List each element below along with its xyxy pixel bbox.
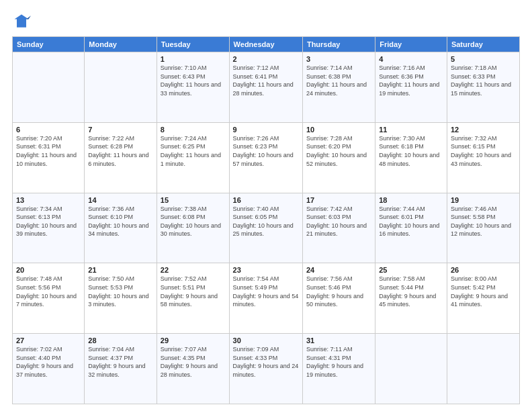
- calendar-cell: 23Sunrise: 7:54 AMSunset: 5:49 PMDayligh…: [229, 263, 302, 334]
- logo-icon: [12, 12, 31, 31]
- cell-info: Sunset: 6:03 PM: [306, 213, 371, 222]
- day-number: 29: [161, 336, 226, 345]
- cell-info: Daylight: 11 hours and 6 minutes.: [88, 151, 153, 168]
- calendar-cell: 30Sunrise: 7:09 AMSunset: 4:33 PMDayligh…: [229, 334, 302, 404]
- cell-info: Sunrise: 7:54 AM: [233, 275, 299, 283]
- day-number: 15: [161, 196, 226, 204]
- cell-info: Sunset: 5:49 PM: [233, 283, 299, 292]
- cell-info: Daylight: 10 hours and 7 minutes.: [16, 292, 81, 309]
- day-number: 11: [379, 126, 443, 134]
- cell-info: Sunrise: 7:07 AM: [161, 345, 226, 354]
- cell-info: Sunrise: 7:50 AM: [88, 275, 153, 283]
- calendar-week-2: 6Sunrise: 7:20 AMSunset: 6:31 PMDaylight…: [13, 122, 520, 193]
- calendar-cell: 8Sunrise: 7:24 AMSunset: 6:25 PMDaylight…: [157, 122, 229, 193]
- cell-info: Sunset: 5:51 PM: [161, 283, 226, 292]
- cell-info: Sunset: 6:05 PM: [233, 213, 299, 222]
- cell-info: Daylight: 10 hours and 25 minutes.: [233, 222, 299, 238]
- cell-info: Sunset: 6:28 PM: [88, 142, 153, 151]
- cell-info: Sunrise: 7:46 AM: [451, 205, 516, 214]
- day-number: 2: [233, 55, 299, 63]
- day-number: 13: [16, 196, 81, 204]
- calendar-cell: 24Sunrise: 7:56 AMSunset: 5:46 PMDayligh…: [302, 263, 375, 334]
- cell-info: Sunset: 5:44 PM: [379, 283, 443, 292]
- calendar-cell: 7Sunrise: 7:22 AMSunset: 6:28 PMDaylight…: [85, 122, 157, 193]
- cell-info: Sunrise: 7:12 AM: [233, 64, 299, 73]
- calendar-cell: [375, 334, 447, 404]
- cell-info: Daylight: 9 hours and 45 minutes.: [379, 292, 443, 309]
- cell-info: Sunset: 6:38 PM: [306, 73, 371, 81]
- day-number: 30: [233, 336, 299, 345]
- cell-info: Sunrise: 7:48 AM: [16, 275, 81, 283]
- cell-info: Sunset: 6:33 PM: [451, 73, 516, 81]
- calendar-table: SundayMondayTuesdayWednesdayThursdayFrid…: [12, 36, 520, 404]
- cell-info: Sunset: 4:37 PM: [88, 354, 153, 363]
- day-number: 24: [306, 266, 371, 274]
- col-header-sunday: Sunday: [13, 37, 85, 52]
- cell-info: Daylight: 10 hours and 52 minutes.: [306, 151, 371, 168]
- calendar-header-row: SundayMondayTuesdayWednesdayThursdayFrid…: [13, 37, 520, 52]
- calendar-week-5: 27Sunrise: 7:02 AMSunset: 4:40 PMDayligh…: [13, 334, 520, 404]
- cell-info: Daylight: 11 hours and 15 minutes.: [451, 81, 516, 97]
- day-number: 10: [306, 126, 371, 134]
- cell-info: Daylight: 9 hours and 41 minutes.: [451, 292, 516, 309]
- cell-info: Daylight: 9 hours and 37 minutes.: [16, 362, 81, 379]
- cell-info: Sunset: 5:58 PM: [451, 213, 516, 222]
- cell-info: Sunrise: 7:22 AM: [88, 134, 153, 143]
- cell-info: Sunset: 6:25 PM: [161, 142, 226, 151]
- cell-info: Daylight: 10 hours and 57 minutes.: [233, 151, 299, 168]
- cell-info: Sunrise: 7:11 AM: [306, 345, 371, 354]
- cell-info: Sunrise: 7:36 AM: [88, 205, 153, 214]
- cell-info: Sunrise: 7:09 AM: [233, 345, 299, 354]
- day-number: 16: [233, 196, 299, 204]
- calendar-cell: 22Sunrise: 7:52 AMSunset: 5:51 PMDayligh…: [157, 263, 229, 334]
- cell-info: Sunset: 6:23 PM: [233, 142, 299, 151]
- calendar-cell: 17Sunrise: 7:42 AMSunset: 6:03 PMDayligh…: [302, 193, 375, 263]
- day-number: 23: [233, 266, 299, 274]
- cell-info: Daylight: 9 hours and 19 minutes.: [306, 362, 371, 379]
- cell-info: Sunset: 5:42 PM: [451, 283, 516, 292]
- cell-info: Sunrise: 7:10 AM: [161, 64, 226, 73]
- calendar-cell: 15Sunrise: 7:38 AMSunset: 6:08 PMDayligh…: [157, 193, 229, 263]
- calendar-cell: 21Sunrise: 7:50 AMSunset: 5:53 PMDayligh…: [85, 263, 157, 334]
- cell-info: Daylight: 10 hours and 30 minutes.: [161, 222, 226, 238]
- day-number: 4: [379, 55, 443, 63]
- day-number: 9: [233, 126, 299, 134]
- cell-info: Daylight: 11 hours and 33 minutes.: [161, 81, 226, 97]
- col-header-thursday: Thursday: [302, 37, 375, 52]
- calendar-cell: 27Sunrise: 7:02 AMSunset: 4:40 PMDayligh…: [13, 334, 85, 404]
- cell-info: Daylight: 9 hours and 50 minutes.: [306, 292, 371, 309]
- calendar-cell: 25Sunrise: 7:58 AMSunset: 5:44 PMDayligh…: [375, 263, 447, 334]
- cell-info: Daylight: 10 hours and 43 minutes.: [451, 151, 516, 168]
- cell-info: Sunrise: 7:04 AM: [88, 345, 153, 354]
- col-header-wednesday: Wednesday: [229, 37, 302, 52]
- cell-info: Daylight: 9 hours and 32 minutes.: [88, 362, 153, 379]
- cell-info: Sunrise: 7:34 AM: [16, 205, 81, 214]
- col-header-saturday: Saturday: [447, 37, 519, 52]
- cell-info: Sunrise: 7:16 AM: [379, 64, 443, 73]
- cell-info: Sunrise: 7:02 AM: [16, 345, 81, 354]
- cell-info: Daylight: 9 hours and 58 minutes.: [161, 292, 226, 309]
- cell-info: Daylight: 9 hours and 24 minutes.: [233, 362, 299, 379]
- day-number: 17: [306, 196, 371, 204]
- calendar-cell: [447, 334, 519, 404]
- day-number: 5: [451, 55, 516, 63]
- cell-info: Sunset: 5:56 PM: [16, 283, 81, 292]
- cell-info: Sunrise: 7:28 AM: [306, 134, 371, 143]
- cell-info: Sunset: 6:08 PM: [161, 213, 226, 222]
- cell-info: Daylight: 10 hours and 39 minutes.: [16, 222, 81, 238]
- cell-info: Daylight: 10 hours and 21 minutes.: [306, 222, 371, 238]
- calendar-cell: [13, 52, 85, 123]
- cell-info: Sunrise: 7:52 AM: [161, 275, 226, 283]
- col-header-tuesday: Tuesday: [157, 37, 229, 52]
- day-number: 28: [88, 336, 153, 345]
- cell-info: Daylight: 11 hours and 28 minutes.: [233, 81, 299, 97]
- cell-info: Sunrise: 7:30 AM: [379, 134, 443, 143]
- cell-info: Sunset: 6:36 PM: [379, 73, 443, 81]
- cell-info: Sunrise: 7:24 AM: [161, 134, 226, 143]
- cell-info: Daylight: 11 hours and 24 minutes.: [306, 81, 371, 97]
- calendar-cell: 3Sunrise: 7:14 AMSunset: 6:38 PMDaylight…: [302, 52, 375, 123]
- cell-info: Daylight: 10 hours and 12 minutes.: [451, 222, 516, 238]
- calendar-cell: 18Sunrise: 7:44 AMSunset: 6:01 PMDayligh…: [375, 193, 447, 263]
- day-number: 25: [379, 266, 443, 274]
- calendar-cell: 1Sunrise: 7:10 AMSunset: 6:43 PMDaylight…: [157, 52, 229, 123]
